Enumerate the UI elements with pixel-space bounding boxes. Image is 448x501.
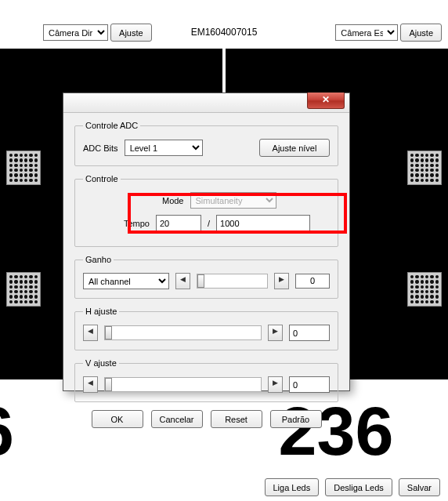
bottom-button-bar: Liga Leds Desliga Leds Salvar — [265, 478, 441, 496]
group-h-ajuste: H ajuste ◀ ▶ — [74, 307, 338, 350]
dialog-titlebar[interactable]: ✕ — [63, 93, 349, 113]
h-slider[interactable] — [104, 325, 262, 340]
ganho-channel-select[interactable]: All channel — [83, 273, 169, 289]
ganho-right-arrow-icon[interactable]: ▶ — [274, 273, 289, 289]
v-value-input[interactable] — [289, 376, 330, 393]
group-controle-adc: Controle ADC ADC Bits Level 1 Ajuste nív… — [74, 121, 338, 166]
ganho-value: 0 — [295, 274, 330, 289]
legend-controle-adc: Controle ADC — [83, 121, 140, 130]
group-ganho: Ganho All channel ◀ ▶ 0 — [74, 255, 338, 299]
adjust-right-button[interactable]: Ajuste — [400, 24, 442, 42]
legend-h-ajuste: H ajuste — [83, 307, 119, 316]
salvar-button[interactable]: Salvar — [399, 478, 440, 496]
adc-bits-label: ADC Bits — [83, 143, 118, 153]
group-v-ajuste: V ajuste ◀ ▶ — [74, 358, 338, 402]
tempo-slash: / — [208, 219, 210, 228]
ganho-slider[interactable] — [197, 274, 268, 289]
ajuste-nivel-button[interactable]: Ajuste nível — [259, 139, 330, 157]
group-controle: Controle Mode Simultaneity Tempo / — [74, 174, 338, 247]
tempo-b-input[interactable] — [216, 215, 310, 231]
padrao-button[interactable]: Padrão — [270, 410, 322, 428]
settings-dialog: ✕ Controle ADC ADC Bits Level 1 Ajuste n… — [63, 93, 350, 391]
liga-leds-button[interactable]: Liga Leds — [265, 478, 320, 496]
h-right-arrow-icon[interactable]: ▶ — [268, 325, 283, 341]
grille-icon — [407, 151, 442, 185]
h-left-arrow-icon[interactable]: ◀ — [83, 325, 98, 341]
h-value-input[interactable] — [289, 325, 330, 341]
readout-right: 236 — [224, 392, 448, 470]
top-bar: Câmera Dir Ajuste EM1604007015 Câmera Es… — [0, 0, 448, 49]
grille-icon — [6, 272, 41, 307]
v-right-arrow-icon[interactable]: ▶ — [268, 376, 283, 393]
legend-ganho: Ganho — [83, 255, 114, 264]
readout-left: 36 — [0, 392, 161, 470]
close-icon[interactable]: ✕ — [307, 93, 345, 109]
v-left-arrow-icon[interactable]: ◀ — [83, 376, 98, 393]
mode-label: Mode — [137, 196, 184, 205]
mode-select: Simultaneity — [190, 192, 276, 209]
grille-icon — [407, 272, 442, 307]
v-slider[interactable] — [104, 377, 262, 392]
ganho-left-arrow-icon[interactable]: ◀ — [175, 273, 190, 289]
tempo-label: Tempo — [103, 219, 150, 228]
adc-bits-select[interactable]: Level 1 — [125, 140, 203, 156]
camera-right-select[interactable]: Câmera Esq — [335, 24, 398, 41]
cancelar-button[interactable]: Cancelar — [151, 410, 203, 428]
legend-controle: Controle — [83, 174, 121, 183]
tempo-a-input[interactable] — [156, 215, 201, 231]
desliga-leds-button[interactable]: Desliga Leds — [325, 478, 392, 496]
reset-button[interactable]: Reset — [211, 410, 262, 428]
readout-row: 36 236 — [0, 392, 448, 470]
legend-v-ajuste: V ajuste — [83, 358, 119, 368]
ok-button[interactable]: OK — [92, 410, 143, 428]
grille-icon — [6, 151, 41, 185]
